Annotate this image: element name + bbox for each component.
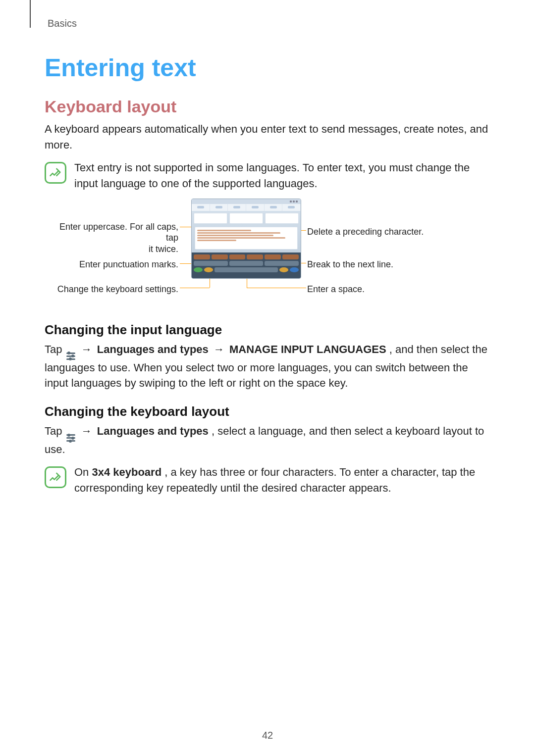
note-icon — [45, 162, 66, 184]
callout-space: Enter a space. — [307, 284, 365, 295]
note-icon — [45, 466, 66, 488]
note-text: Text entry is not supported in some lang… — [74, 160, 490, 192]
subheading-input-language: Changing the input language — [45, 322, 490, 338]
callout-delete: Delete a preceding character. — [307, 226, 424, 238]
key-row — [194, 261, 299, 266]
keyboard-diagram: Enter uppercase. For all caps, tap it tw… — [45, 199, 490, 307]
device-mock — [191, 199, 301, 279]
key-row — [194, 267, 299, 272]
text: Tap — [45, 425, 65, 437]
note-text: On 3x4 keyboard , a key has three or fou… — [74, 464, 490, 496]
intro-paragraph: A keyboard appears automatically when yo… — [45, 121, 490, 153]
text-bold: MANAGE INPUT LANGUAGES — [229, 343, 386, 355]
suggestion-cards — [192, 211, 301, 226]
callout-nextline: Break to the next line. — [307, 259, 393, 270]
section-heading-keyboard-layout: Keyboard layout — [45, 97, 490, 116]
subheading-keyboard-layout: Changing the keyboard layout — [45, 404, 490, 419]
callout-punctuation: Enter punctuation marks. — [45, 259, 178, 270]
page-title: Entering text — [45, 53, 490, 82]
leader-line — [180, 288, 210, 288]
settings-icon — [66, 353, 75, 360]
status-bar — [192, 199, 301, 204]
arrow-icon: → — [81, 343, 95, 355]
arrow-icon: → — [81, 425, 95, 437]
input-language-paragraph: Tap → Languages and types → MANAGE INPUT… — [45, 342, 490, 392]
onscreen-keyboard — [192, 252, 301, 278]
text: On — [74, 466, 92, 478]
page-number: 42 — [0, 730, 535, 741]
note-3x4-keyboard: On 3x4 keyboard , a key has three or fou… — [45, 464, 490, 496]
text-area — [195, 227, 298, 250]
note-unsupported-languages: Text entry is not supported in some lang… — [45, 160, 490, 192]
keyboard-layout-paragraph: Tap → Languages and types , select a lan… — [45, 423, 490, 457]
manual-page: Basics Entering text Keyboard layout A k… — [0, 0, 535, 756]
text-bold: Languages and types — [97, 425, 209, 437]
breadcrumb: Basics — [48, 18, 77, 29]
text-bold: Languages and types — [97, 343, 209, 355]
header-rule — [30, 0, 31, 28]
text-bold: 3x4 keyboard — [92, 466, 161, 478]
settings-icon — [66, 434, 75, 442]
leader-line — [247, 288, 306, 288]
arrow-icon: → — [214, 343, 227, 355]
text: Tap — [45, 343, 65, 355]
callout-settings: Change the keyboard settings. — [45, 284, 178, 295]
app-tabs — [192, 204, 301, 211]
key-row — [194, 254, 299, 259]
callout-uppercase: Enter uppercase. For all caps, tap it tw… — [45, 221, 178, 255]
